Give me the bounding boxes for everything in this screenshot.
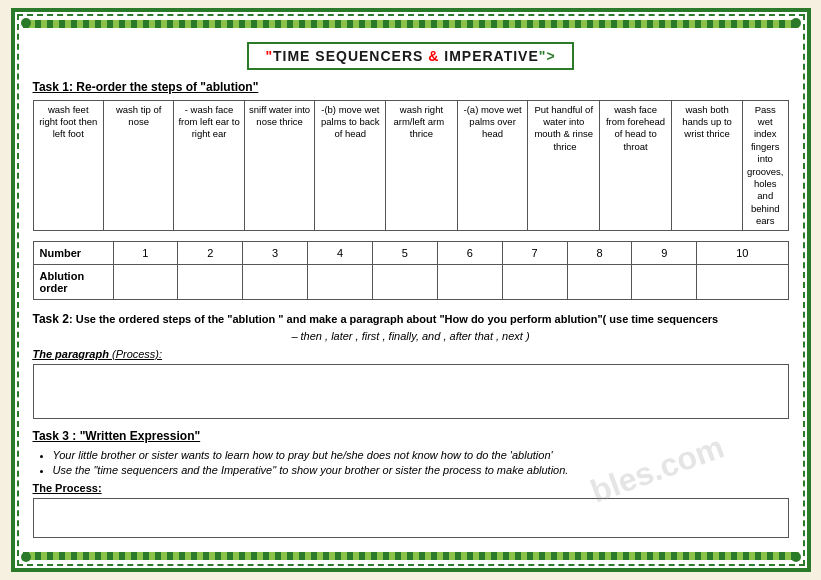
title-arrow: "> [539,48,556,64]
step-cell-5: -(b) move wet palms to back of head [315,100,386,230]
order-table: Number 1 2 3 4 5 6 7 8 9 10 Ablutionorde… [33,241,789,300]
number-7: 7 [502,242,567,265]
task3-bullet-2: Use the "time sequencers and the Imperat… [53,464,789,476]
step-cell-9: wash face from forehead of head to throa… [599,100,671,230]
order-cell-2[interactable] [178,265,243,300]
corner-decoration-br [791,552,801,562]
step-cell-7: -(a) move wet palms over head [457,100,528,230]
order-cell-8[interactable] [567,265,632,300]
task2-description: Task 2: Use the ordered steps of the "ab… [33,312,789,326]
paragraph-label: The paragraph (Process): [33,348,789,360]
number-3: 3 [243,242,308,265]
order-cell-1[interactable] [113,265,178,300]
number-10: 10 [697,242,788,265]
order-cell-5[interactable] [372,265,437,300]
task3-bullets-list: Your little brother or sister wants to l… [53,449,789,476]
step-cell-1: wash feet right foot then left foot [33,100,103,230]
title-quote: " [265,48,273,64]
step-cell-3: - wash face from left ear to right ear [174,100,244,230]
paragraph-writing-area[interactable] [33,364,789,419]
paragraph-process-text: (Process): [109,348,162,360]
number-9: 9 [632,242,697,265]
number-6: 6 [437,242,502,265]
step-cell-8: Put handful of water into mouth & rinse … [528,100,599,230]
sequencers-line: – then , later , first , finally, and , … [33,330,789,342]
order-cell-7[interactable] [502,265,567,300]
title-text: "TIME SEQUENCERS & IMPERATIVE"> [265,48,555,64]
task3-header: Task 3 : "Written Expression" [33,429,789,443]
process-label: The Process: [33,482,789,494]
number-4: 4 [308,242,373,265]
number-1: 1 [113,242,178,265]
process-writing-area[interactable] [33,498,789,538]
paragraph-label-text: The paragraph [33,348,109,360]
number-5: 5 [372,242,437,265]
page-container: "TIME SEQUENCERS & IMPERATIVE"> Task 1: … [11,8,811,572]
steps-table: wash feet right foot then left foot wash… [33,100,789,231]
number-2: 2 [178,242,243,265]
step-cell-11: Pass wet index fingers into grooves, hol… [743,100,789,230]
title-box: "TIME SEQUENCERS & IMPERATIVE"> [33,42,789,70]
task1-header: Task 1: Re-order the steps of "ablution" [33,80,789,94]
main-content: "TIME SEQUENCERS & IMPERATIVE"> Task 1: … [23,34,799,546]
title-inner-box: "TIME SEQUENCERS & IMPERATIVE"> [247,42,573,70]
title-amp: & [423,48,444,64]
order-cell-6[interactable] [437,265,502,300]
order-cell-10[interactable] [697,265,788,300]
bottom-border-pattern [23,552,799,560]
order-cell-3[interactable] [243,265,308,300]
ablution-order-label: Ablutionorder [33,265,113,300]
corner-decoration-bl [21,552,31,562]
order-cell-9[interactable] [632,265,697,300]
step-cell-2: wash tip of nose [103,100,173,230]
task2-desc-text: : Use the ordered steps of the "ablution… [69,313,718,325]
title-imperative: IMPERATIVE [444,48,539,64]
step-cell-6: wash right arm/left arm thrice [386,100,458,230]
task3-bullet-1: Your little brother or sister wants to l… [53,449,789,461]
title-main: TIME SEQUENCERS [273,48,423,64]
ablution-order-row: Ablutionorder [33,265,788,300]
top-border-pattern [23,20,799,28]
corner-decoration-tr [791,18,801,28]
step-cell-10: wash both hands up to wrist thrice [672,100,743,230]
number-8: 8 [567,242,632,265]
steps-row: wash feet right foot then left foot wash… [33,100,788,230]
corner-decoration-tl [21,18,31,28]
step-cell-4: sniff water into nose thrice [244,100,315,230]
number-label: Number [33,242,113,265]
order-cell-4[interactable] [308,265,373,300]
task2-label: Task 2 [33,312,69,326]
number-row: Number 1 2 3 4 5 6 7 8 9 10 [33,242,788,265]
